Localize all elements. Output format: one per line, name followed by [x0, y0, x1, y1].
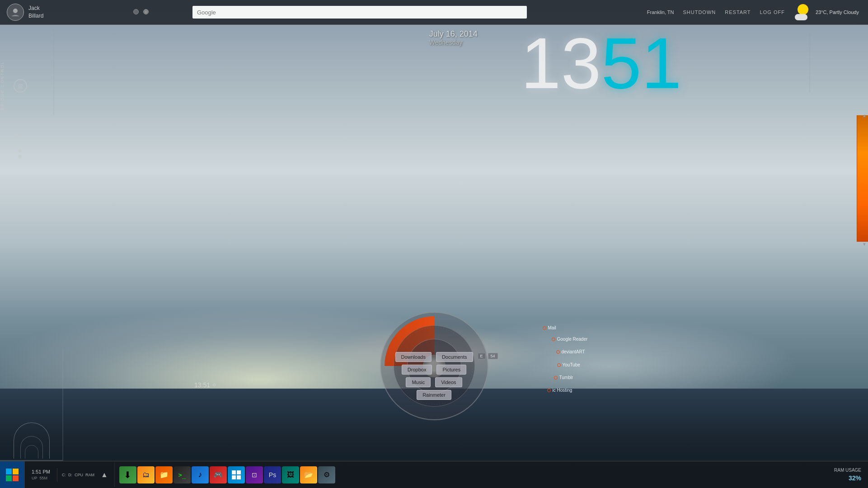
svg-rect-9 — [237, 475, 241, 479]
ram-usage: RAM USAGE 32% — [834, 467, 861, 483]
start-button[interactable] — [0, 461, 25, 488]
app-file-manager2[interactable]: 📂 — [300, 466, 317, 483]
sidebar-target-icon[interactable]: ◎ — [14, 79, 27, 93]
btn-videos[interactable]: Videos — [435, 377, 462, 387]
minimize-button[interactable] — [133, 9, 139, 14]
svg-rect-2 — [6, 469, 12, 474]
dot-indicator-2 — [18, 155, 22, 159]
taskbar-clock: 1:51 PM UP 55M — [25, 468, 57, 482]
menu-dot-deviantart — [556, 350, 560, 354]
sidebar-arrows: ◂ — [16, 133, 19, 140]
menu-item-deviantart[interactable]: deviantART — [556, 349, 585, 354]
menu-item-mail[interactable]: Mail — [543, 325, 556, 330]
day-text: Wednesday — [429, 39, 478, 46]
menu-dot-ic-hosting — [547, 389, 551, 392]
datetime-display: July 16, 2014 Wednesday — [429, 29, 478, 46]
menu-label-ic-hosting: ic Hosting — [553, 388, 572, 393]
time-hour1: 1 — [521, 27, 561, 99]
sys-c-label: C: — [62, 473, 66, 477]
btn-documents[interactable]: Documents — [436, 352, 473, 362]
restart-button[interactable]: RESTART — [725, 9, 751, 15]
badge-area: E 54 — [478, 353, 498, 359]
btn-downloads[interactable]: Downloads — [395, 352, 431, 362]
search-bar-wrap — [179, 6, 540, 19]
menu-label-deviantart: deviantART — [562, 349, 585, 354]
app-folder[interactable]: 📁 — [155, 466, 173, 483]
taskbar-up-label: UP — [32, 475, 38, 482]
ram-value: 32% — [834, 474, 861, 483]
taskbar-up-button[interactable]: ▲ — [94, 462, 115, 487]
hud-frame-topright — [809, 25, 854, 93]
taskbar-right: RAM USAGE 32% — [834, 467, 868, 483]
app-download-manager[interactable]: ⬇ — [119, 466, 136, 483]
location-label: Franklin, TN — [647, 9, 674, 15]
time-display: 1 3 5 1 — [521, 27, 682, 99]
menu-dot-mail — [543, 326, 546, 330]
dot-indicator-1 — [18, 149, 22, 153]
menu-dot-tumblr — [554, 376, 558, 380]
svg-rect-6 — [232, 470, 236, 474]
sun-icon — [798, 4, 808, 15]
sidebar-label: BRIDGE CONTROL — [0, 61, 9, 110]
app-media[interactable]: ♪ — [192, 466, 209, 483]
bottom-time-value: 13:51 — [194, 381, 210, 389]
date-text: July 16, 2014 — [429, 29, 478, 39]
search-input[interactable] — [192, 6, 527, 19]
app-terminal[interactable]: >_ — [174, 466, 191, 483]
sys-d-label: D: — [68, 473, 72, 477]
logoff-button[interactable]: LOG OFF — [760, 9, 785, 15]
avatar[interactable] — [7, 4, 24, 21]
badge-e: E — [478, 353, 486, 359]
app-windows[interactable] — [228, 466, 245, 483]
app-photo-edit[interactable]: Ps — [264, 466, 281, 483]
folder-row-4: Rainmeter — [417, 390, 451, 400]
menu-item-tumblr[interactable]: Tumblr — [554, 375, 573, 380]
menu-item-ic-hosting[interactable]: ic Hosting — [547, 388, 572, 393]
svg-rect-4 — [6, 475, 12, 481]
right-orange-strip[interactable] — [857, 115, 868, 242]
bottom-time-dot — [213, 384, 216, 386]
sys-cpu-label: CPU — [75, 473, 83, 477]
cloud-icon — [795, 14, 807, 20]
start-logo-icon — [5, 468, 19, 482]
top-right-controls: Franklin, TN SHUTDOWN RESTART LOG OFF 23… — [647, 3, 868, 21]
bottom-time: 13:51 — [194, 381, 216, 389]
svg-point-0 — [13, 9, 18, 13]
profile-name: Jack Billard — [28, 5, 43, 20]
app-settings[interactable]: ⚙ — [318, 466, 335, 483]
btn-music[interactable]: Music — [406, 377, 431, 387]
svg-rect-3 — [13, 469, 19, 474]
taskbar-time: 1:51 PM — [32, 468, 50, 476]
app-multiscreen[interactable]: ⊡ — [246, 466, 263, 483]
window-controls: + — [133, 9, 149, 14]
menu-item-google-reader[interactable]: Google Reader — [552, 337, 588, 342]
weather-widget: 23°C, Partly Cloudy — [794, 3, 859, 21]
app-game[interactable]: 🎮 — [210, 466, 227, 483]
right-panel: ▲ ▼ — [854, 25, 868, 461]
btn-dropbox[interactable]: Dropbox — [402, 365, 432, 375]
maximize-button[interactable]: + — [143, 9, 149, 14]
arrow-left-icon[interactable]: ◂ — [16, 133, 19, 140]
menu-label-youtube: YouTube — [563, 362, 580, 367]
taskbar-apps: ⬇ 🗂 📁 >_ ♪ 🎮 ⊡ Ps 🖼 📂 ⚙ — [115, 466, 340, 483]
app-gallery[interactable]: 🖼 — [282, 466, 299, 483]
app-files[interactable]: 🗂 — [137, 466, 155, 483]
scroll-up-icon[interactable]: ▲ — [862, 113, 867, 118]
scroll-down-icon[interactable]: ▼ — [862, 242, 867, 247]
weather-icon — [794, 3, 812, 21]
time-min2: 1 — [642, 27, 682, 99]
left-sidebar: ◎ BRIDGE CONTROL ◂ — [0, 25, 32, 461]
menu-label-google-reader: Google Reader — [557, 337, 588, 342]
time-hour2: 3 — [561, 27, 601, 99]
shutdown-button[interactable]: SHUTDOWN — [683, 9, 716, 15]
btn-rainmeter[interactable]: Rainmeter — [417, 390, 451, 400]
taskbar-date: 55M — [40, 475, 48, 482]
folder-buttons: Downloads Documents Dropbox Pictures Mus… — [395, 352, 473, 400]
svg-rect-8 — [232, 475, 236, 479]
folder-row-3: Music Videos — [406, 377, 462, 387]
weather-text: 23°C, Partly Cloudy — [816, 9, 859, 15]
badge-54: 54 — [488, 353, 498, 359]
menu-dot-google-reader — [552, 338, 555, 341]
menu-item-youtube[interactable]: YouTube — [557, 362, 580, 367]
btn-pictures[interactable]: Pictures — [436, 365, 466, 375]
